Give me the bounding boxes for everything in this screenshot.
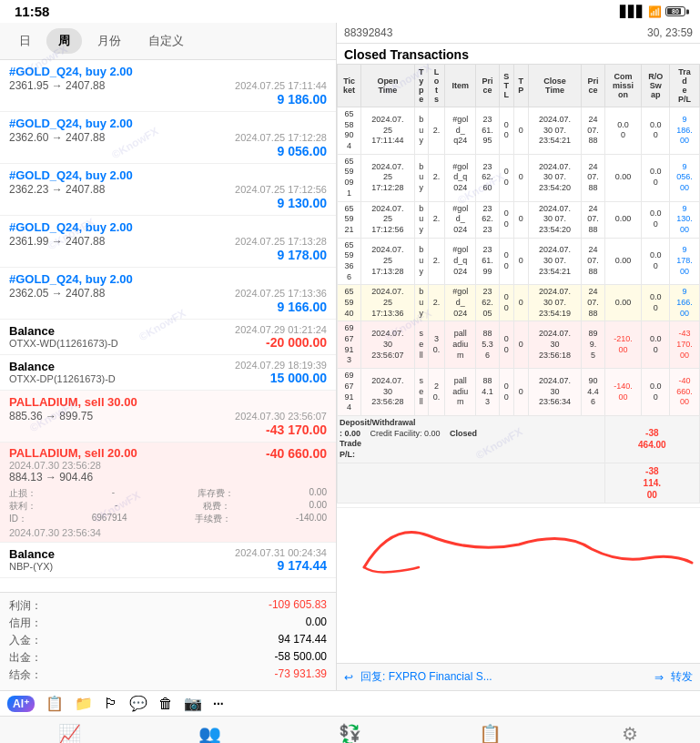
tab-bar: 日 周 月份 自定义: [0, 23, 336, 60]
col-tp: TP: [513, 65, 528, 107]
ai-toolbar: AI⁺ 📋 📁 🏳 💬 🗑 📷 ···: [0, 690, 700, 716]
closed-transactions-title: Closed Transactions: [337, 44, 700, 64]
list-item[interactable]: #GOLD_Q24, buy 2.00 2361.99 → 2407.88 20…: [0, 216, 336, 268]
tab-weekly[interactable]: 周: [46, 28, 82, 54]
table-row: 6559091 2024.07.2517:12:28 buy 2. #gold_…: [338, 154, 700, 201]
table-row: 655940 2024.07.2517:13:36 buy 2. #gold_0…: [338, 285, 700, 321]
col-commission: Commission: [604, 65, 642, 107]
table-row: 6559366 2024.07.2517:13:28 buy 2. #gold_…: [338, 238, 700, 285]
chat-icon[interactable]: 💬: [129, 695, 147, 712]
nav-history[interactable]: 📋 历史: [420, 717, 560, 743]
col-open-time: OpenTime: [361, 65, 414, 107]
table-row: 6558904 2024.07.2517:11:44 buy 2. #gold_…: [338, 107, 700, 155]
table-row: 6967914 2024.07.3023:56:28 sell 20. pall…: [338, 369, 700, 416]
battery-icon: 80: [665, 6, 685, 16]
left-panel: 日 周 月份 自定义 #GOLD_Q24, buy 2.00 2361.95 →…: [0, 23, 337, 690]
flag-icon[interactable]: 🏳: [104, 696, 118, 712]
list-item[interactable]: PALLADIUM, sell 20.00 2024.07.30 23:56:2…: [0, 443, 336, 543]
camera-icon[interactable]: 📷: [184, 695, 202, 712]
forward-text[interactable]: 转发: [671, 669, 693, 685]
nav-settings[interactable]: ⚙ 设置: [560, 717, 700, 743]
reply-icon: ↩: [344, 671, 353, 684]
chart-svg: [337, 508, 700, 581]
wifi-icon: 📶: [648, 5, 662, 18]
reply-text[interactable]: 回复: FXPRO Financial S...: [360, 669, 647, 685]
table-row-extra: -38114.00: [338, 463, 700, 503]
list-item[interactable]: Balance OTXX-DP(11261673)-D 2024.07.29 1…: [0, 355, 336, 391]
list-item[interactable]: #GOLD_Q24, buy 2.00 2362.23 → 2407.88 20…: [0, 164, 336, 216]
status-time: 11:58: [15, 4, 49, 19]
col-swap: R/OSwap: [642, 65, 670, 107]
table-row-summary: Deposit/Withdrawal: 0.00 Credit Facility…: [338, 415, 700, 463]
list-item[interactable]: #GOLD_Q24, buy 2.00 2362.05 → 2407.88 20…: [0, 268, 336, 320]
status-bar: 11:58 ▋▋▋ 📶 80: [0, 0, 700, 23]
right-header: 88392843 30, 23:59: [337, 23, 700, 44]
signal-icon: ▋▋▋: [620, 5, 644, 18]
list-item[interactable]: #GOLD_Q24, buy 2.00 2362.60 → 2407.88 20…: [0, 112, 336, 164]
tab-custom[interactable]: 自定义: [137, 28, 196, 54]
bottom-nav: 📈 行情 👥 图表 💱 交易 📋 历史 ⚙ 设置: [0, 716, 700, 743]
col-close-price: Price: [582, 65, 605, 107]
nav-chart[interactable]: 👥 图表: [140, 717, 280, 743]
settings-icon: ⚙: [622, 723, 638, 744]
col-stl: STL: [499, 65, 513, 107]
col-close-time: CloseTime: [528, 65, 581, 107]
nav-trade[interactable]: 💱 交易: [280, 717, 421, 743]
col-item: Item: [445, 65, 476, 107]
transactions-table: Ticket OpenTime Type Lots Item Price STL…: [337, 64, 700, 504]
col-type: Type: [414, 65, 428, 107]
transaction-list: #GOLD_Q24, buy 2.00 2361.95 → 2407.88 20…: [0, 60, 336, 592]
ai-button[interactable]: AI⁺: [7, 696, 35, 712]
transactions-table-container[interactable]: Ticket OpenTime Type Lots Item Price STL…: [337, 64, 700, 663]
table-row: 6967913 2024.07.3023:56:07 sell 30. pall…: [338, 321, 700, 369]
status-icons: ▋▋▋ 📶 80: [620, 5, 685, 18]
col-lots: Lots: [428, 65, 444, 107]
table-row: 655921 2024.07.2517:12:56 buy 2. #gold_0…: [338, 201, 700, 238]
reply-bar: ↩ 回复: FXPRO Financial S... ⇒ 转发: [337, 663, 700, 690]
market-icon: 📈: [58, 723, 81, 744]
list-item[interactable]: Balance NBP-(YX) 2024.07.31 00:24:34 9 1…: [0, 543, 336, 578]
folder-icon[interactable]: 📁: [75, 695, 93, 712]
copy-icon[interactable]: 📋: [46, 695, 64, 712]
list-item[interactable]: Balance OTXX-WD(11261673)-D 2024.07.29 0…: [0, 320, 336, 355]
forward-icon: ⇒: [654, 671, 664, 684]
right-panel: 88392843 30, 23:59 Closed Transactions T…: [337, 23, 700, 690]
list-item[interactable]: PALLADIUM, sell 30.00 885.36 → 899.75 20…: [0, 391, 336, 443]
col-ticket: Ticket: [338, 65, 361, 107]
list-item[interactable]: #GOLD_Q24, buy 2.00 2361.95 → 2407.88 20…: [0, 60, 336, 112]
chart-area: [337, 507, 700, 580]
nav-market[interactable]: 📈 行情: [0, 717, 140, 743]
trade-icon: 💱: [339, 723, 361, 744]
col-price: Price: [476, 65, 500, 107]
chart-icon: 👥: [198, 723, 221, 744]
history-icon: 📋: [479, 723, 502, 744]
tab-daily[interactable]: 日: [7, 28, 43, 54]
more-icon[interactable]: ···: [213, 697, 224, 711]
col-pl: TradeP/L: [670, 65, 700, 107]
delete-icon[interactable]: 🗑: [158, 696, 173, 712]
stats-panel: 利润： -109 605.83 信用： 0.00 入金： 94 174.44 出…: [0, 592, 336, 690]
tab-monthly[interactable]: 月份: [86, 28, 133, 54]
